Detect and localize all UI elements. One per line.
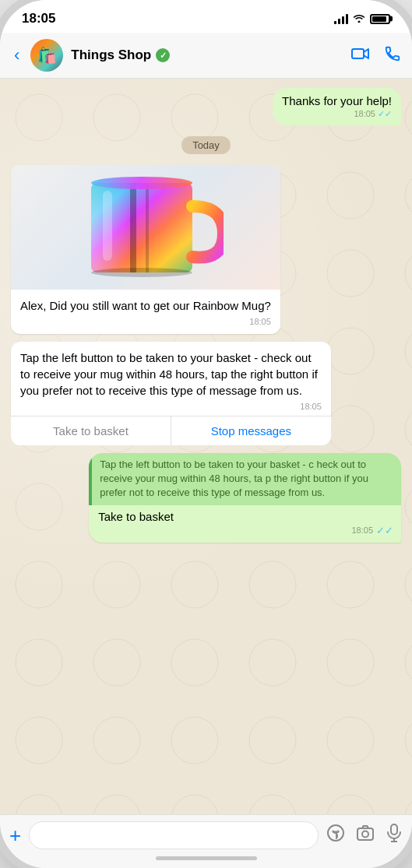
quote-preview: Tap the left button to be taken to your … [89,453,401,505]
shop-name: Things Shop [71,47,151,63]
reply-body: Take to basket [89,510,401,523]
sent-reply-message: Tap the left button to be taken to your … [89,453,401,543]
sent-message-text: Thanks for your help! [282,94,392,107]
input-action-icons [326,824,403,847]
status-icons [334,13,390,25]
svg-point-5 [91,177,192,189]
chat-area: Thanks for your help! 18:05 Today [0,79,412,814]
svg-rect-7 [103,191,112,261]
message-buttons: Take to basket Stop messages [11,416,331,445]
verified-badge: ✓ [156,48,170,62]
stop-messages-button[interactable]: Stop messages [171,416,331,445]
svg-rect-0 [352,49,364,58]
product-text: Alex, Did you still want to get our Rain… [20,297,271,314]
product-time: 18:05 [20,317,271,326]
header-info: Things Shop ✓ [71,47,343,63]
status-bar: 18:05 [0,0,412,33]
chat-header: ‹ 🛍️ Things Shop ✓ [0,33,412,79]
info-message-with-buttons: Tap the left button to be taken to your … [11,342,331,445]
microphone-icon[interactable] [386,824,403,847]
phone-frame: 18:05 ‹ 🛍️ [0,0,412,868]
svg-rect-11 [357,828,373,840]
sent-message-initial: Thanks for your help! 18:05 [273,88,401,125]
home-indicator [156,856,257,860]
svg-point-12 [362,831,368,838]
header-actions [351,45,401,66]
svg-point-9 [333,831,334,832]
date-divider: Today [11,136,401,154]
info-message-text: Tap the left button to be taken to your … [20,350,322,399]
camera-icon[interactable] [356,824,375,847]
phone-call-button[interactable] [384,45,401,66]
sent-message-time: 18:05 [282,109,392,119]
back-button[interactable]: ‹ [11,44,23,67]
double-check-icon: ✓✓ [376,525,393,536]
wifi-icon [353,13,365,25]
svg-point-6 [91,268,192,277]
product-content: Alex, Did you still want to get our Rain… [11,290,280,334]
sticker-icon[interactable] [326,824,345,847]
status-time: 18:05 [22,11,55,26]
info-message-bubble: Tap the left button to be taken to your … [11,342,331,416]
battery-icon [370,14,390,24]
avatar: 🛍️ [30,39,63,72]
reply-time-row: 18:05 ✓✓ [89,523,401,536]
attach-button[interactable]: + [9,824,21,848]
product-card: Alex, Did you still want to get our Rain… [11,165,280,334]
signal-icon [334,13,348,24]
product-image [11,165,280,290]
info-message-time: 18:05 [20,402,322,411]
take-to-basket-button[interactable]: Take to basket [11,416,171,445]
message-input[interactable] [29,821,319,849]
svg-rect-13 [391,824,397,835]
video-call-button[interactable] [351,47,370,65]
svg-point-10 [337,831,339,832]
reply-time: 18:05 [351,525,373,535]
